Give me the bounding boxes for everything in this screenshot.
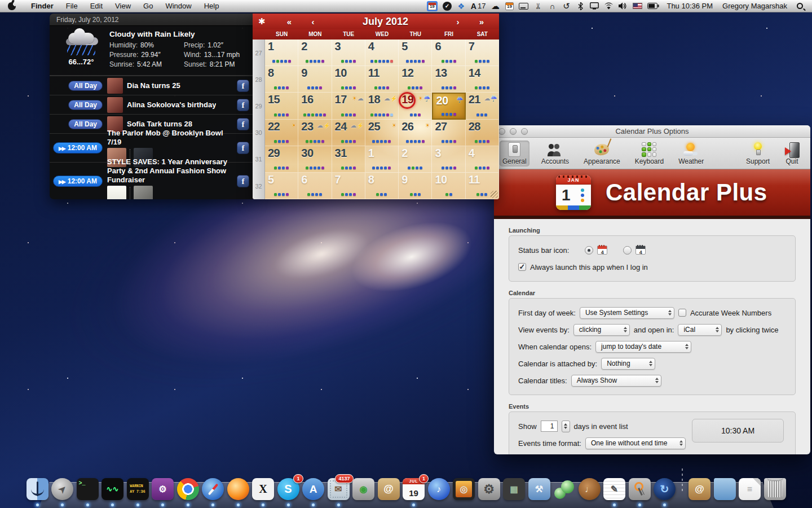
accurate-weeks-checkbox[interactable] [678,309,686,317]
calendar-day-28[interactable]: 28 [466,120,499,146]
terminal-dock-icon[interactable]: >_ [77,478,99,500]
bluetooth-status-icon[interactable] [576,1,585,11]
gear-icon[interactable]: ✱ [258,16,277,27]
menu-bar-user[interactable]: Gregory Magarshak [720,2,789,10]
trash-dock-icon[interactable] [764,478,786,500]
calendar-day-aug-1[interactable]: 1 [365,146,399,173]
menu-view[interactable]: View [109,0,137,12]
event-row[interactable]: All DayAlina Sokolova's birthdayf [50,95,253,114]
garageband-dock-icon[interactable]: ♩ [579,478,601,500]
orange-calendar-status-icon[interactable]: 19 [505,1,514,11]
menu-go[interactable]: Go [137,0,159,12]
apple-menu-icon[interactable] [8,2,16,10]
menu-bar-clock[interactable]: Thu 10:36 PM [664,2,715,10]
calendar-day-18[interactable]: 18☁⚡ [365,93,399,119]
calendar-day-6[interactable]: 6 [432,40,465,66]
chrome-dock-icon[interactable] [177,478,199,500]
safari-dock-icon[interactable] [202,478,224,500]
calendar-day-14[interactable]: 14 [466,66,499,93]
calendar-day-11[interactable]: 11 [365,66,399,93]
calendar-day-aug-10[interactable]: 10 [432,173,465,199]
calendar-day-12[interactable]: 12 [399,66,432,93]
us-flag-status-icon[interactable] [633,3,642,9]
menu-window[interactable]: Window [159,0,197,12]
toolbar-general-button[interactable]: General [500,141,529,167]
calendar-day-aug-8[interactable]: 8 [365,173,399,199]
calendar-day-1[interactable]: 1 [265,40,298,66]
prev-month-button[interactable]: ‹ [301,17,325,27]
calendar-day-15[interactable]: 15 [265,93,298,119]
green-orbs-dock-icon[interactable] [553,478,575,500]
documents-folder-dock-icon[interactable] [714,478,736,500]
documents-stack-dock-icon[interactable]: ≡ [739,478,761,500]
calendar-day-aug-5[interactable]: 5 [265,173,298,199]
contacts-dock-icon[interactable]: @ [689,478,710,500]
days-count-field[interactable]: 1 [541,421,558,432]
ical-dock-icon[interactable]: 191 [403,478,425,500]
calendar-day-22[interactable]: 22☀ [265,120,298,146]
calendar-day-aug-9[interactable]: 9 [399,173,432,199]
menu-edit[interactable]: Edit [84,0,109,12]
finder-dock-icon[interactable] [27,478,48,500]
system-preferences-dock-icon[interactable]: ⚙ [478,478,500,500]
calendar-day-20[interactable]: 20☔ [432,93,465,119]
toolbar-appearance-button[interactable]: Appearance [581,141,623,167]
toolbar-weather-button[interactable]: Weather [676,141,707,167]
card-status-icon[interactable] [519,3,528,10]
facetime-dock-icon[interactable]: ◉ [352,478,374,500]
calendar-day-30[interactable]: 30 [298,146,332,173]
calendar-day-25[interactable]: 25☀ [365,120,399,146]
toolbar-keyboard-button[interactable]: Keyboard [632,141,667,167]
first-day-dropdown[interactable]: Use System Settings [580,307,674,319]
calendar-day-4[interactable]: 4 [365,40,399,66]
address-book-dock-icon[interactable]: @ [378,478,400,500]
spotlight-icon[interactable] [797,3,803,9]
app-store-dock-icon[interactable]: A [302,478,324,500]
dropbox-status-icon[interactable]: ❖ [457,1,466,11]
checkmark-status-icon[interactable]: ✓ [443,2,452,11]
calendar-plus-status-icon[interactable]: 19 [427,1,438,11]
utility-status-icon[interactable]: ✄ [533,2,543,11]
always-launch-checkbox[interactable]: ✓ [518,263,526,271]
view-events-dropdown[interactable]: clicking [573,324,630,336]
app-a-status-icon[interactable]: A17 [471,1,486,11]
close-button[interactable] [498,128,505,135]
calendar-opens-dropdown[interactable]: jump to today's date [595,341,691,353]
textedit-dock-icon[interactable]: ✎ [603,478,625,500]
next-year-button[interactable]: » [470,17,493,27]
calendar-titles-dropdown[interactable]: Always Show [571,375,661,387]
calendar-day-8[interactable]: 8 [265,66,298,93]
xchat-dock-icon[interactable]: X [252,478,274,500]
calendar-day-31[interactable]: 31 [332,146,365,173]
calendar-day-7[interactable]: 7 [466,40,499,66]
calendar-day-5[interactable]: 5 [399,40,432,66]
calendar-day-19[interactable]: 19☀☔ [399,93,432,119]
cloud-status-icon[interactable]: ☁ [491,1,500,11]
event-row[interactable]: All DayDia Na turns 25f [50,76,253,95]
zoom-button[interactable] [521,128,528,135]
menu-file[interactable]: File [60,0,84,12]
calendar-day-27[interactable]: 27 [432,120,465,146]
menu-help[interactable]: Help [198,0,226,12]
calendar-day-aug-2[interactable]: 2 [399,146,432,173]
open-in-dropdown[interactable]: iCal [678,324,722,336]
attached-by-dropdown[interactable]: Nothing [601,358,655,370]
resize-grip[interactable] [491,191,498,198]
calendar-day-24[interactable]: 24☁⚡ [332,120,365,146]
calendar-day-26[interactable]: 26☀ [399,120,432,146]
toolbar-quit-button[interactable]: Quit [782,141,802,167]
toolbar-support-button[interactable]: Support [743,141,773,167]
prev-year-button[interactable]: « [277,17,301,27]
calendar-day-10[interactable]: 10 [332,66,365,93]
status-icon-radio-dark[interactable] [623,246,632,255]
keychain-dock-icon[interactable] [629,478,651,500]
minimize-button[interactable] [510,128,517,135]
calendar-day-aug-3[interactable]: 3 [432,146,465,173]
calendar-day-16[interactable]: 16 [298,93,332,119]
mail-dock-icon[interactable]: ✉4137 [328,478,350,500]
calendar-day-23[interactable]: 23☁⚡ [298,120,332,146]
sync-dock-icon[interactable]: ↻ [654,478,676,500]
activity-monitor-dock-icon[interactable]: ∿∿ [102,478,123,500]
itunes-dock-icon[interactable]: ♪ [428,478,450,500]
calendar-day-2[interactable]: 2 [298,40,332,66]
